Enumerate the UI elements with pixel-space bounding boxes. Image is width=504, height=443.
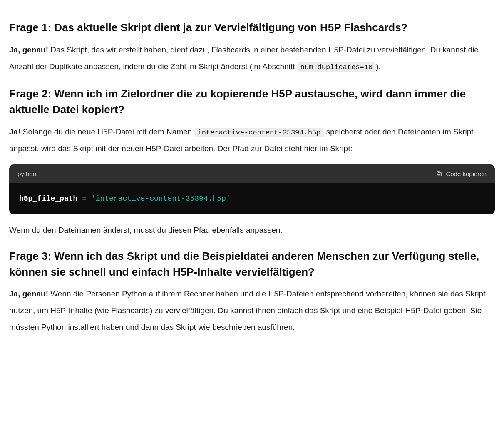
answer-1-text-before: Das Skript, das wir erstellt haben, dien… — [9, 45, 479, 71]
copy-code-label: Code kopieren — [446, 169, 487, 179]
question-1-heading: Frage 1: Das aktuelle Skript dient ja zu… — [9, 20, 495, 36]
question-3-heading: Frage 3: Wenn ich das Skript und die Bei… — [9, 249, 495, 280]
code-block: python Code kopieren h5p_file_path = 'in… — [9, 164, 495, 214]
question-2-note: Wenn du den Dateinamen änderst, musst du… — [9, 224, 495, 237]
answer-3-text: Wenn die Personen Python auf ihrem Rechn… — [9, 289, 486, 331]
question-1-answer: Ja, genau! Das Skript, das wir erstellt … — [9, 42, 495, 75]
answer-2-bold: Ja! — [9, 127, 20, 136]
answer-1-text-after: ). — [376, 62, 381, 71]
code-token-op: = — [77, 194, 91, 203]
code-language-label: python — [17, 169, 36, 179]
copy-icon — [436, 170, 442, 177]
question-3-answer: Ja, genau! Wenn die Personen Python auf … — [9, 286, 495, 336]
answer-1-bold: Ja, genau! — [9, 45, 48, 54]
svg-rect-1 — [437, 172, 440, 175]
svg-rect-0 — [438, 173, 442, 176]
inline-code-h5p-filename: interactive-content-35394.h5p — [194, 128, 324, 137]
code-token-string: 'interactive-content-35394.h5p' — [91, 194, 231, 203]
question-2-heading: Frage 2: Wenn ich im Zielordner die zu k… — [9, 86, 495, 117]
code-block-header: python Code kopieren — [9, 164, 495, 184]
inline-code-num-duplicates: num_duplicates=10 — [297, 62, 376, 72]
answer-2-text-before: Solange du die neue H5P-Datei mit dem Na… — [20, 127, 194, 136]
question-2-answer: Ja! Solange du die neue H5P-Datei mit de… — [9, 124, 495, 157]
code-block-body: h5p_file_path = 'interactive-content-353… — [9, 183, 495, 214]
copy-code-button[interactable]: Code kopieren — [436, 169, 487, 179]
code-token-var: h5p_file_path — [19, 194, 77, 203]
answer-3-bold: Ja, genau! — [9, 289, 48, 298]
